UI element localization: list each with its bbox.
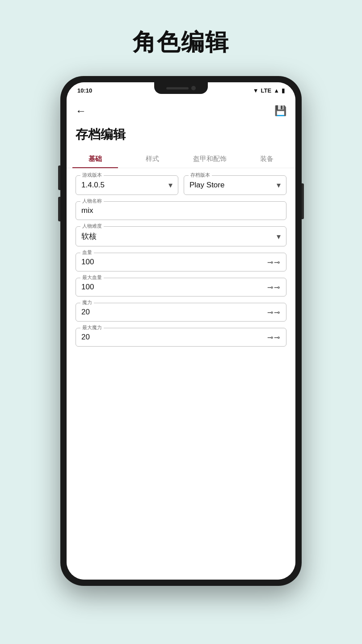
tab-style[interactable]: 样式	[124, 150, 181, 168]
chevron-down-icon: ▾	[168, 180, 173, 190]
game-version-field: 游戏版本 1.4.0.5 ▾	[76, 175, 178, 195]
tab-armor[interactable]: 盔甲和配饰	[181, 150, 238, 168]
battery-icon: ▮	[282, 87, 285, 94]
health-label: 血量	[80, 249, 94, 256]
max-health-input[interactable]: 100 ⊸⊸	[81, 282, 281, 292]
chevron-down-icon: ▾	[277, 232, 281, 242]
max-mana-label: 最大魔力	[80, 324, 104, 331]
save-version-label: 存档版本	[189, 172, 212, 178]
back-button[interactable]: ←	[76, 105, 86, 117]
character-name-input[interactable]: mix	[81, 205, 281, 215]
tab-basic[interactable]: 基础	[67, 150, 124, 168]
health-field: 血量 100 ⊸⊸	[76, 253, 286, 271]
health-input[interactable]: 100 ⊸⊸	[81, 257, 281, 267]
stepper-icon[interactable]: ⊸⊸	[267, 333, 281, 342]
stepper-icon[interactable]: ⊸⊸	[267, 258, 281, 267]
speaker	[166, 87, 189, 89]
volume-down-button[interactable]	[58, 197, 60, 221]
phone-frame: 10:10 ▼ LTE ▲ ▮ ← 💾 存档编辑 基础	[60, 76, 302, 586]
volume-up-button[interactable]	[58, 165, 60, 190]
save-version-field: 存档版本 Play Store ▾	[184, 175, 286, 195]
mana-input[interactable]: 20 ⊸⊸	[81, 307, 281, 317]
character-difficulty-dropdown[interactable]: 软核 ▾	[81, 230, 281, 242]
character-name-field: 人物名称 mix	[76, 201, 286, 220]
app-content: ← 💾 存档编辑 基础 样式 盔甲和配饰 装备	[67, 98, 295, 580]
section-title: 存档编辑	[67, 122, 295, 150]
save-button[interactable]: 💾	[274, 105, 286, 117]
mana-field: 魔力 20 ⊸⊸	[76, 303, 286, 322]
game-version-label: 游戏版本	[80, 172, 104, 178]
phone-notch	[154, 82, 208, 94]
chevron-down-icon: ▾	[277, 180, 281, 190]
max-mana-input[interactable]: 20 ⊸⊸	[81, 332, 281, 342]
lte-label: LTE	[261, 87, 272, 94]
version-row: 游戏版本 1.4.0.5 ▾ 存档版本 Play Store ▾	[76, 175, 286, 195]
character-name-label: 人物名称	[80, 198, 104, 204]
mana-label: 魔力	[80, 299, 94, 306]
tabs-container: 基础 样式 盔甲和配饰 装备	[67, 150, 295, 168]
save-version-dropdown[interactable]: Play Store ▾	[189, 179, 281, 190]
character-difficulty-field: 人物难度 软核 ▾	[76, 226, 286, 246]
wifi-icon: ▼	[253, 87, 259, 94]
status-time: 10:10	[77, 87, 92, 94]
form-area: 游戏版本 1.4.0.5 ▾ 存档版本 Play Store ▾	[67, 168, 295, 561]
stepper-icon[interactable]: ⊸⊸	[267, 283, 281, 292]
character-difficulty-label: 人物难度	[80, 223, 104, 229]
max-health-field: 最大血量 100 ⊸⊸	[76, 278, 286, 297]
page-title: 角色编辑	[133, 27, 229, 58]
max-health-label: 最大血量	[80, 274, 104, 281]
top-bar: ← 💾	[67, 98, 295, 122]
status-icons: ▼ LTE ▲ ▮	[253, 87, 285, 94]
camera	[191, 86, 196, 90]
phone-screen: 10:10 ▼ LTE ▲ ▮ ← 💾 存档编辑 基础	[67, 82, 295, 580]
max-mana-field: 最大魔力 20 ⊸⊸	[76, 328, 286, 347]
game-version-dropdown[interactable]: 1.4.0.5 ▾	[81, 179, 173, 190]
stepper-icon[interactable]: ⊸⊸	[267, 308, 281, 317]
tab-equip[interactable]: 装备	[238, 150, 295, 168]
signal-icon: ▲	[274, 87, 279, 94]
